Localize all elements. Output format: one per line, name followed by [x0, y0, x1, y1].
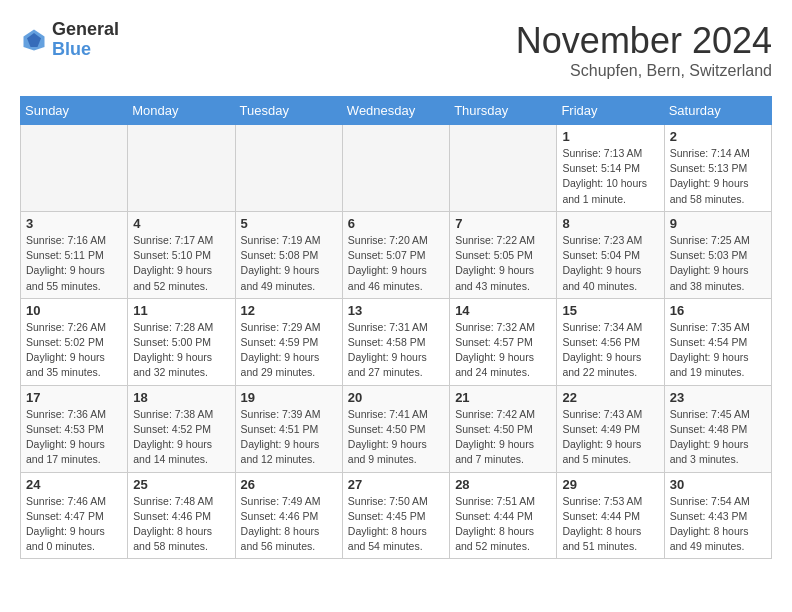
weekday-header-monday: Monday — [128, 97, 235, 125]
day-number: 26 — [241, 477, 337, 492]
day-number: 20 — [348, 390, 444, 405]
weekday-header-saturday: Saturday — [664, 97, 771, 125]
day-info: Sunrise: 7:45 AM Sunset: 4:48 PM Dayligh… — [670, 407, 766, 468]
calendar-day-cell: 11Sunrise: 7:28 AM Sunset: 5:00 PM Dayli… — [128, 298, 235, 385]
calendar-day-cell: 30Sunrise: 7:54 AM Sunset: 4:43 PM Dayli… — [664, 472, 771, 559]
day-info: Sunrise: 7:46 AM Sunset: 4:47 PM Dayligh… — [26, 494, 122, 555]
day-number: 6 — [348, 216, 444, 231]
calendar-day-cell: 6Sunrise: 7:20 AM Sunset: 5:07 PM Daylig… — [342, 211, 449, 298]
calendar-day-cell: 26Sunrise: 7:49 AM Sunset: 4:46 PM Dayli… — [235, 472, 342, 559]
logo-icon — [20, 26, 48, 54]
day-info: Sunrise: 7:22 AM Sunset: 5:05 PM Dayligh… — [455, 233, 551, 294]
day-number: 23 — [670, 390, 766, 405]
weekday-header-sunday: Sunday — [21, 97, 128, 125]
calendar-day-cell: 2Sunrise: 7:14 AM Sunset: 5:13 PM Daylig… — [664, 125, 771, 212]
day-info: Sunrise: 7:38 AM Sunset: 4:52 PM Dayligh… — [133, 407, 229, 468]
day-info: Sunrise: 7:23 AM Sunset: 5:04 PM Dayligh… — [562, 233, 658, 294]
day-number: 16 — [670, 303, 766, 318]
calendar-day-cell: 16Sunrise: 7:35 AM Sunset: 4:54 PM Dayli… — [664, 298, 771, 385]
day-info: Sunrise: 7:20 AM Sunset: 5:07 PM Dayligh… — [348, 233, 444, 294]
calendar-day-cell: 21Sunrise: 7:42 AM Sunset: 4:50 PM Dayli… — [450, 385, 557, 472]
calendar-day-cell — [235, 125, 342, 212]
calendar-day-cell: 29Sunrise: 7:53 AM Sunset: 4:44 PM Dayli… — [557, 472, 664, 559]
day-number: 4 — [133, 216, 229, 231]
day-number: 18 — [133, 390, 229, 405]
day-info: Sunrise: 7:16 AM Sunset: 5:11 PM Dayligh… — [26, 233, 122, 294]
day-info: Sunrise: 7:17 AM Sunset: 5:10 PM Dayligh… — [133, 233, 229, 294]
calendar-day-cell: 10Sunrise: 7:26 AM Sunset: 5:02 PM Dayli… — [21, 298, 128, 385]
day-number: 2 — [670, 129, 766, 144]
day-number: 27 — [348, 477, 444, 492]
calendar-week-row: 1Sunrise: 7:13 AM Sunset: 5:14 PM Daylig… — [21, 125, 772, 212]
day-number: 14 — [455, 303, 551, 318]
calendar-day-cell: 18Sunrise: 7:38 AM Sunset: 4:52 PM Dayli… — [128, 385, 235, 472]
logo-text: General Blue — [52, 20, 119, 60]
calendar-day-cell: 12Sunrise: 7:29 AM Sunset: 4:59 PM Dayli… — [235, 298, 342, 385]
day-number: 8 — [562, 216, 658, 231]
calendar-day-cell: 1Sunrise: 7:13 AM Sunset: 5:14 PM Daylig… — [557, 125, 664, 212]
day-number: 17 — [26, 390, 122, 405]
calendar-day-cell: 17Sunrise: 7:36 AM Sunset: 4:53 PM Dayli… — [21, 385, 128, 472]
calendar-day-cell: 20Sunrise: 7:41 AM Sunset: 4:50 PM Dayli… — [342, 385, 449, 472]
day-number: 28 — [455, 477, 551, 492]
calendar-day-cell: 19Sunrise: 7:39 AM Sunset: 4:51 PM Dayli… — [235, 385, 342, 472]
calendar-day-cell: 9Sunrise: 7:25 AM Sunset: 5:03 PM Daylig… — [664, 211, 771, 298]
day-number: 15 — [562, 303, 658, 318]
day-number: 12 — [241, 303, 337, 318]
logo: General Blue — [20, 20, 119, 60]
day-info: Sunrise: 7:13 AM Sunset: 5:14 PM Dayligh… — [562, 146, 658, 207]
day-info: Sunrise: 7:14 AM Sunset: 5:13 PM Dayligh… — [670, 146, 766, 207]
header: General Blue November 2024 Schupfen, Ber… — [20, 20, 772, 80]
weekday-header-thursday: Thursday — [450, 97, 557, 125]
day-number: 7 — [455, 216, 551, 231]
calendar-day-cell: 23Sunrise: 7:45 AM Sunset: 4:48 PM Dayli… — [664, 385, 771, 472]
calendar-day-cell: 13Sunrise: 7:31 AM Sunset: 4:58 PM Dayli… — [342, 298, 449, 385]
logo-general-text: General — [52, 20, 119, 40]
calendar-day-cell — [342, 125, 449, 212]
day-info: Sunrise: 7:43 AM Sunset: 4:49 PM Dayligh… — [562, 407, 658, 468]
day-number: 19 — [241, 390, 337, 405]
day-info: Sunrise: 7:54 AM Sunset: 4:43 PM Dayligh… — [670, 494, 766, 555]
day-info: Sunrise: 7:49 AM Sunset: 4:46 PM Dayligh… — [241, 494, 337, 555]
calendar-day-cell: 14Sunrise: 7:32 AM Sunset: 4:57 PM Dayli… — [450, 298, 557, 385]
day-info: Sunrise: 7:19 AM Sunset: 5:08 PM Dayligh… — [241, 233, 337, 294]
day-number: 11 — [133, 303, 229, 318]
day-info: Sunrise: 7:53 AM Sunset: 4:44 PM Dayligh… — [562, 494, 658, 555]
day-number: 9 — [670, 216, 766, 231]
calendar-table: SundayMondayTuesdayWednesdayThursdayFrid… — [20, 96, 772, 559]
weekday-header-row: SundayMondayTuesdayWednesdayThursdayFrid… — [21, 97, 772, 125]
day-info: Sunrise: 7:34 AM Sunset: 4:56 PM Dayligh… — [562, 320, 658, 381]
day-info: Sunrise: 7:28 AM Sunset: 5:00 PM Dayligh… — [133, 320, 229, 381]
calendar-week-row: 3Sunrise: 7:16 AM Sunset: 5:11 PM Daylig… — [21, 211, 772, 298]
day-info: Sunrise: 7:50 AM Sunset: 4:45 PM Dayligh… — [348, 494, 444, 555]
calendar-day-cell: 5Sunrise: 7:19 AM Sunset: 5:08 PM Daylig… — [235, 211, 342, 298]
calendar-day-cell: 28Sunrise: 7:51 AM Sunset: 4:44 PM Dayli… — [450, 472, 557, 559]
calendar-day-cell: 15Sunrise: 7:34 AM Sunset: 4:56 PM Dayli… — [557, 298, 664, 385]
calendar-week-row: 10Sunrise: 7:26 AM Sunset: 5:02 PM Dayli… — [21, 298, 772, 385]
logo-blue-text: Blue — [52, 40, 119, 60]
day-info: Sunrise: 7:41 AM Sunset: 4:50 PM Dayligh… — [348, 407, 444, 468]
day-info: Sunrise: 7:31 AM Sunset: 4:58 PM Dayligh… — [348, 320, 444, 381]
day-info: Sunrise: 7:29 AM Sunset: 4:59 PM Dayligh… — [241, 320, 337, 381]
day-number: 13 — [348, 303, 444, 318]
day-info: Sunrise: 7:26 AM Sunset: 5:02 PM Dayligh… — [26, 320, 122, 381]
calendar-day-cell: 25Sunrise: 7:48 AM Sunset: 4:46 PM Dayli… — [128, 472, 235, 559]
day-number: 22 — [562, 390, 658, 405]
day-info: Sunrise: 7:36 AM Sunset: 4:53 PM Dayligh… — [26, 407, 122, 468]
day-number: 24 — [26, 477, 122, 492]
day-number: 30 — [670, 477, 766, 492]
day-info: Sunrise: 7:51 AM Sunset: 4:44 PM Dayligh… — [455, 494, 551, 555]
calendar-day-cell: 24Sunrise: 7:46 AM Sunset: 4:47 PM Dayli… — [21, 472, 128, 559]
calendar-day-cell: 8Sunrise: 7:23 AM Sunset: 5:04 PM Daylig… — [557, 211, 664, 298]
weekday-header-wednesday: Wednesday — [342, 97, 449, 125]
day-number: 5 — [241, 216, 337, 231]
day-number: 3 — [26, 216, 122, 231]
calendar-day-cell — [21, 125, 128, 212]
day-number: 1 — [562, 129, 658, 144]
calendar-day-cell: 7Sunrise: 7:22 AM Sunset: 5:05 PM Daylig… — [450, 211, 557, 298]
day-number: 25 — [133, 477, 229, 492]
month-title: November 2024 — [516, 20, 772, 62]
day-number: 10 — [26, 303, 122, 318]
day-info: Sunrise: 7:25 AM Sunset: 5:03 PM Dayligh… — [670, 233, 766, 294]
calendar-week-row: 17Sunrise: 7:36 AM Sunset: 4:53 PM Dayli… — [21, 385, 772, 472]
